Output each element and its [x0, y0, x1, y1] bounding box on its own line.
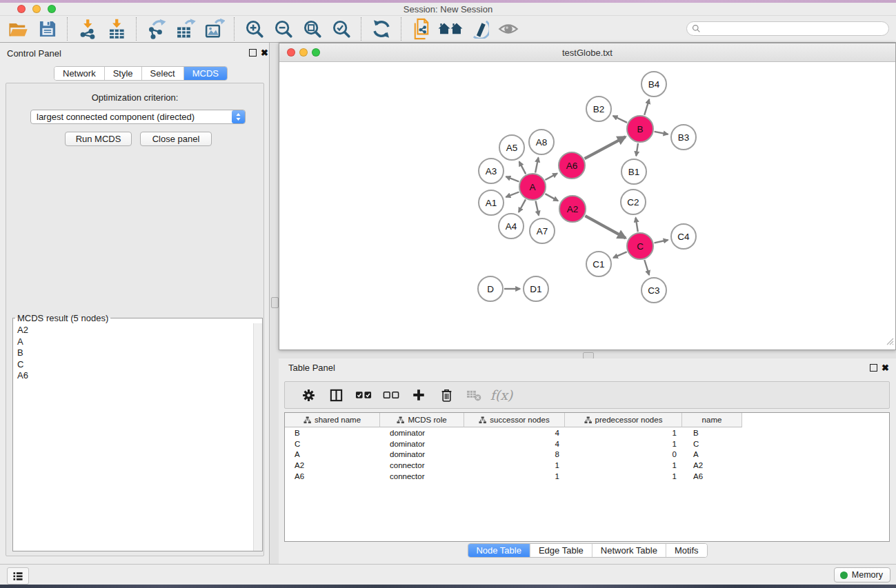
column-header-successor-nodes[interactable]: successor nodes: [464, 413, 565, 427]
table-cell[interactable]: B: [682, 429, 742, 437]
select-all-icon[interactable]: [350, 383, 377, 407]
graph-node-A[interactable]: A: [519, 173, 546, 201]
show-graphics-details-icon[interactable]: [494, 17, 523, 41]
mcds-result-item[interactable]: C: [14, 359, 254, 371]
graph-edge-A6-B[interactable]: [585, 136, 626, 159]
add-column-icon[interactable]: [405, 383, 432, 407]
table-cell[interactable]: C: [682, 440, 742, 448]
tab-node-table[interactable]: Node Table: [468, 544, 530, 557]
export-table-icon[interactable]: [171, 17, 200, 41]
import-network-icon[interactable]: [73, 17, 102, 41]
table-cell[interactable]: A6: [682, 472, 742, 480]
graph-node-C2[interactable]: C2: [620, 189, 646, 215]
table-row[interactable]: Bdominator41B: [285, 427, 889, 438]
network-canvas[interactable]: B4B2BB3A8A5A6A3B1AA1C2A2A4A7C4CC1C3DD1: [279, 62, 895, 349]
tab-network[interactable]: Network: [54, 67, 105, 80]
column-header-mcds-role[interactable]: MCDS role: [380, 413, 464, 427]
table-cell[interactable]: 1: [565, 440, 682, 448]
graph-node-B4[interactable]: B4: [641, 71, 667, 97]
delete-column-icon[interactable]: [432, 383, 460, 407]
tab-select[interactable]: Select: [142, 67, 184, 80]
graph-node-D[interactable]: D: [477, 276, 504, 302]
graph-node-C4[interactable]: C4: [670, 223, 697, 250]
tab-network-table[interactable]: Network Table: [593, 544, 666, 557]
table-row[interactable]: A6connector11A6: [285, 471, 889, 482]
table-float-icon[interactable]: [870, 364, 877, 372]
copy-network-view-icon[interactable]: [407, 17, 436, 41]
table-cell[interactable]: 1: [565, 461, 682, 469]
home-icon[interactable]: [436, 17, 465, 41]
table-cell[interactable]: 1: [464, 472, 565, 480]
table-cell[interactable]: 1: [464, 461, 565, 469]
tab-edge-table[interactable]: Edge Table: [530, 544, 593, 557]
graph-node-A3[interactable]: A3: [478, 158, 504, 184]
hide-graphics-details-icon[interactable]: [465, 17, 494, 41]
mcds-result-item[interactable]: A6: [14, 370, 254, 382]
graph-node-A7[interactable]: A7: [529, 218, 555, 244]
zoom-fit-icon[interactable]: [298, 17, 327, 41]
column-header-shared-name[interactable]: shared name: [285, 413, 380, 427]
graph-edge-A-A6[interactable]: [545, 174, 557, 181]
table-cell[interactable]: connector: [380, 461, 464, 469]
graph-edge-A-A4[interactable]: [519, 199, 526, 212]
graph-node-A4[interactable]: A4: [498, 213, 524, 239]
tab-style[interactable]: Style: [105, 67, 142, 80]
table-cell[interactable]: dominator: [380, 440, 464, 448]
zoom-selected-icon[interactable]: [327, 17, 356, 41]
table-row[interactable]: Adominator80A: [285, 449, 889, 460]
close-panel-icon[interactable]: ✖: [261, 49, 268, 57]
graph-node-C1[interactable]: C1: [586, 251, 612, 277]
export-network-icon[interactable]: [142, 17, 171, 41]
tab-mcds[interactable]: MCDS: [184, 67, 227, 80]
table-row[interactable]: Cdominator41C: [285, 438, 889, 449]
table-cell[interactable]: 4: [464, 440, 565, 448]
graph-edge-B-B1[interactable]: [636, 143, 638, 156]
graph-node-A6[interactable]: A6: [558, 152, 586, 179]
zoom-in-icon[interactable]: [240, 17, 269, 41]
close-panel-button[interactable]: Close panel: [140, 132, 212, 146]
graph-edge-B-B2[interactable]: [613, 116, 627, 123]
table-cell[interactable]: A: [285, 450, 380, 458]
graph-edge-A-A5[interactable]: [519, 161, 526, 174]
table-cell[interactable]: dominator: [380, 429, 464, 437]
table-cell[interactable]: 1: [565, 429, 682, 437]
memory-button[interactable]: Memory: [834, 567, 890, 582]
graph-edge-C-C1[interactable]: [613, 252, 627, 258]
table-cell[interactable]: 0: [565, 450, 682, 458]
result-scrollbar[interactable]: [253, 323, 262, 551]
graph-edge-A-A8[interactable]: [535, 158, 538, 173]
refresh-icon[interactable]: [367, 17, 396, 41]
graph-node-A1[interactable]: A1: [478, 190, 504, 216]
table-close-icon[interactable]: ✖: [882, 364, 889, 372]
import-table-icon[interactable]: [102, 17, 131, 41]
mcds-result-item[interactable]: B: [14, 347, 254, 359]
table-cell[interactable]: B: [285, 429, 380, 437]
graph-node-B1[interactable]: B1: [621, 159, 647, 185]
table-cell[interactable]: connector: [380, 472, 464, 480]
graph-edge-B-B4[interactable]: [644, 99, 649, 115]
table-cell[interactable]: 4: [464, 429, 565, 437]
graph-edge-A-A1[interactable]: [506, 192, 519, 197]
search-box[interactable]: [686, 21, 889, 36]
float-panel-icon[interactable]: [249, 49, 257, 57]
table-cell[interactable]: A2: [682, 461, 742, 469]
table-cell[interactable]: C: [285, 440, 380, 448]
table-cell[interactable]: A6: [285, 472, 380, 480]
vertical-splitter-grip[interactable]: [271, 297, 279, 308]
deselect-all-icon[interactable]: [377, 383, 405, 407]
save-session-icon[interactable]: [33, 17, 62, 41]
table-cell[interactable]: 1: [565, 472, 682, 480]
open-session-icon[interactable]: [4, 17, 33, 41]
graph-node-C3[interactable]: C3: [641, 277, 667, 303]
graph-node-A2[interactable]: A2: [559, 195, 586, 223]
table-row[interactable]: A2connector11A2: [285, 460, 889, 471]
table-cell[interactable]: dominator: [380, 450, 464, 458]
graph-node-B3[interactable]: B3: [670, 124, 697, 150]
graph-node-B[interactable]: B: [626, 115, 654, 143]
graph-edge-A-A3[interactable]: [506, 176, 519, 181]
table-cell[interactable]: 8: [464, 450, 565, 458]
graph-node-A8[interactable]: A8: [528, 129, 555, 155]
graph-node-C[interactable]: C: [626, 232, 654, 260]
graph-node-D1[interactable]: D1: [523, 276, 549, 302]
graph-edge-B-B3[interactable]: [655, 132, 668, 134]
